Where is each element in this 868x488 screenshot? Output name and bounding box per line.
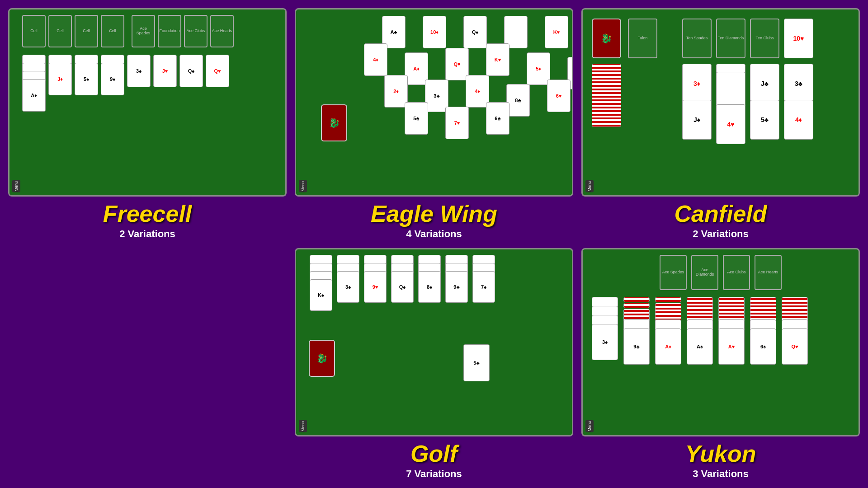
cf-low-3: 5♣ [750, 100, 779, 140]
yukon-t1-4: 3♠ [592, 324, 618, 360]
cf-low-2: 4♥ [716, 104, 745, 144]
card-col8-1: Q♥ [206, 55, 229, 87]
cell-2: Cell [48, 15, 72, 47]
cell-1: Cell [22, 15, 46, 47]
ew-low-4: 8♣ [506, 84, 530, 117]
eagle-wing-variations: 4 Variations [406, 228, 462, 240]
ew-mid-1: 4♦ [364, 43, 387, 76]
golf-c1-4: K♠ [310, 279, 332, 311]
ew-bot-2: 7♥ [445, 107, 469, 139]
ew-low-2: 3♣ [425, 80, 448, 112]
yukon-t2-fd2 [623, 303, 650, 308]
golf-preview: A♣ 8♣ 5♠ K♠ 2♠ Q♥ 3♠ A♥ 5♥ 9♥ 4♠ 7♥ Q♠ 6… [295, 248, 573, 436]
golf-stock: 🐉 [309, 340, 335, 377]
canfield-variations: 2 Variations [693, 228, 749, 240]
foundation-placeholder: Foundation [158, 15, 181, 47]
cf-tab-5: 3♣ [784, 64, 813, 103]
card-col7-1: Q♠ [179, 55, 203, 87]
yukon-variations: 3 Variations [693, 468, 749, 480]
ew-card-5: K♥ [545, 16, 568, 48]
ace-spades-placeholder: Ace Spades [132, 15, 155, 47]
ew-mid-4: K♥ [486, 43, 509, 76]
cf-tab-4: J♣ [750, 64, 779, 103]
ew-bot-1: 5♣ [405, 102, 428, 135]
golf-c3-3: 9♥ [364, 271, 387, 303]
canfield-title[interactable]: Canfield [674, 200, 767, 227]
yukon-f1: Ace Spades [660, 255, 687, 290]
ew-mid-5: 5♦ [527, 52, 550, 85]
yukon-f4: Ace Hearts [755, 255, 782, 290]
eagle-wing-stock: 🐉 [321, 104, 347, 141]
ew-bot-3: 6♣ [486, 102, 509, 135]
yukon-title[interactable]: Yukon [685, 440, 756, 467]
menu-button-golf[interactable]: Menu [299, 420, 307, 432]
yukon-t2-fd1 [623, 297, 650, 302]
ten-spades-placeholder: Ten Spades [682, 19, 712, 58]
golf-title[interactable]: Golf [410, 440, 458, 467]
card-col4-2: 9♠ [101, 63, 124, 95]
yukon-t3-up2: A♦ [655, 328, 681, 365]
card-col6-1: J♥ [153, 55, 177, 87]
menu-button-canfield[interactable]: Menu [585, 180, 594, 192]
ace-clubs-placeholder: Ace Clubs [184, 15, 208, 47]
ew-card-3: Q♠ [463, 16, 487, 48]
yukon-cell[interactable]: Ace Spades Ace Diamonds Ace Clubs Ace He… [581, 248, 860, 480]
golf-c5-3: 8♠ [418, 271, 441, 303]
golf-c2-3: 3♠ [337, 271, 359, 303]
card-col1-4: A♦ [22, 79, 46, 112]
ten-hearts-card: 10♥ [784, 19, 813, 58]
cell-4: Cell [101, 15, 124, 47]
card-col3-2: 5♠ [75, 63, 98, 95]
yukon-t3-fd1 [655, 297, 681, 302]
ew-card-2: 10♦ [423, 16, 446, 48]
freecell-preview: Cell Cell Cell Cell Ace Spades Foundatio… [8, 8, 287, 197]
yukon-t4-up2: A♠ [687, 328, 713, 365]
canfield-reserve [592, 64, 621, 127]
yukon-t7-up2: Q♥ [782, 328, 808, 365]
ew-low-3: 4♦ [466, 75, 489, 108]
ew-mid-2: A♦ [405, 52, 428, 85]
freecell-title[interactable]: Freecell [103, 200, 192, 227]
cf-tab-1: 3♦ [682, 64, 712, 103]
menu-button-yukon[interactable]: Menu [585, 420, 594, 432]
golf-variations: 7 Variations [406, 468, 462, 480]
canfield-preview: 🐉 Talon Ten Spades Ten Diamonds Ten Club… [581, 8, 860, 197]
eagle-wing-preview: 🐉 Talon A♣ 10♦ Q♠ K♥ TenDiamonds 4♦ A♦ Q… [295, 8, 573, 197]
card-col5-1: 3♠ [127, 55, 151, 87]
cf-low-1: J♠ [682, 100, 712, 140]
golf-c4-3: Q♠ [391, 271, 414, 303]
yukon-t2-up2: 9♣ [623, 328, 650, 365]
ew-low-1: 2♦ [384, 75, 408, 108]
golf-c7-3: 7♠ [472, 271, 495, 303]
ten-diamonds-placeholder: Ten Diamonds [716, 19, 745, 58]
golf-waste: 5♣ [463, 344, 490, 381]
freecell-cell[interactable]: Cell Cell Cell Cell Ace Spades Foundatio… [8, 8, 287, 240]
eagle-wing-title[interactable]: Eagle Wing [371, 200, 497, 227]
golf-c6-3: 9♣ [445, 271, 468, 303]
freecell-variations: 2 Variations [119, 228, 175, 240]
yukon-t6-up2: 6♠ [750, 328, 776, 365]
ten-clubs-placeholder: Ten Clubs [750, 19, 779, 58]
ace-hearts-placeholder: Ace Hearts [210, 15, 234, 47]
cf-low-4: 4♦ [784, 100, 813, 140]
yukon-f3: Ace Clubs [723, 255, 750, 290]
game-grid: Cell Cell Cell Cell Ace Spades Foundatio… [0, 0, 868, 488]
menu-button-eagle[interactable]: Menu [299, 180, 307, 192]
ew-mid-3: Q♥ [445, 48, 469, 80]
eagle-wing-cell[interactable]: 🐉 Talon A♣ 10♦ Q♠ K♥ TenDiamonds 4♦ A♦ Q… [295, 8, 573, 240]
canfield-cell[interactable]: 🐉 Talon Ten Spades Ten Diamonds Ten Club… [581, 8, 860, 240]
cell-3: Cell [75, 15, 98, 47]
yukon-t5-up2: A♥ [718, 328, 745, 365]
yukon-preview: Ace Spades Ace Diamonds Ace Clubs Ace He… [581, 248, 860, 436]
yukon-f2: Ace Diamonds [691, 255, 718, 290]
ew-low-5: 6♥ [547, 80, 571, 112]
talon-canfield: Talon [628, 19, 657, 58]
menu-button-freecell[interactable]: Menu [12, 180, 20, 192]
card-col2-2: J♦ [48, 63, 72, 95]
golf-cell[interactable]: A♣ 8♣ 5♠ K♠ 2♠ Q♥ 3♠ A♥ 5♥ 9♥ 4♠ 7♥ Q♠ 6… [295, 248, 573, 480]
canfield-stock: 🐉 [592, 19, 621, 58]
